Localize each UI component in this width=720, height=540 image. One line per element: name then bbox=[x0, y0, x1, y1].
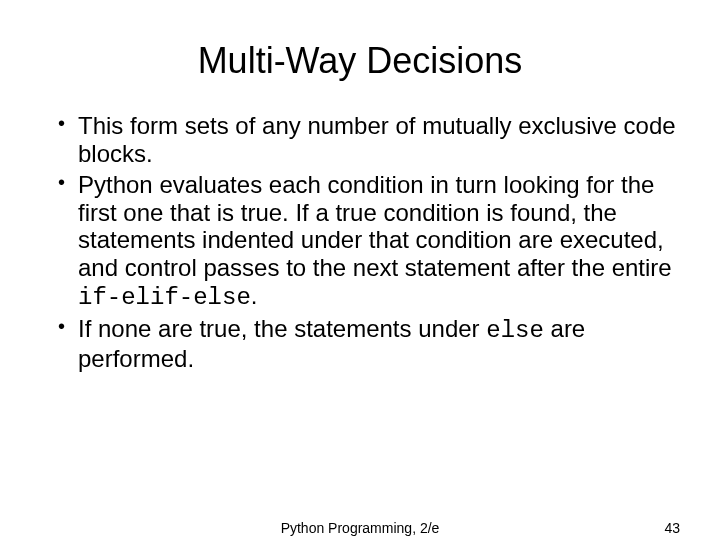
page-number: 43 bbox=[664, 520, 680, 536]
code-text: else bbox=[486, 317, 544, 344]
bullet-text: This form sets of any number of mutually… bbox=[78, 112, 676, 167]
slide: Multi-Way Decisions This form sets of an… bbox=[0, 0, 720, 540]
bullet-item: If none are true, the statements under e… bbox=[58, 315, 680, 372]
bullet-text: Python evaluates each condition in turn … bbox=[78, 171, 672, 281]
bullet-item: This form sets of any number of mutually… bbox=[58, 112, 680, 167]
bullet-text: If none are true, the statements under bbox=[78, 315, 486, 342]
footer-source: Python Programming, 2/e bbox=[281, 520, 440, 536]
bullet-item: Python evaluates each condition in turn … bbox=[58, 171, 680, 311]
slide-title: Multi-Way Decisions bbox=[40, 40, 680, 82]
code-text: if-elif-else bbox=[78, 284, 251, 311]
bullet-list: This form sets of any number of mutually… bbox=[40, 112, 680, 372]
bullet-text: . bbox=[251, 282, 258, 309]
